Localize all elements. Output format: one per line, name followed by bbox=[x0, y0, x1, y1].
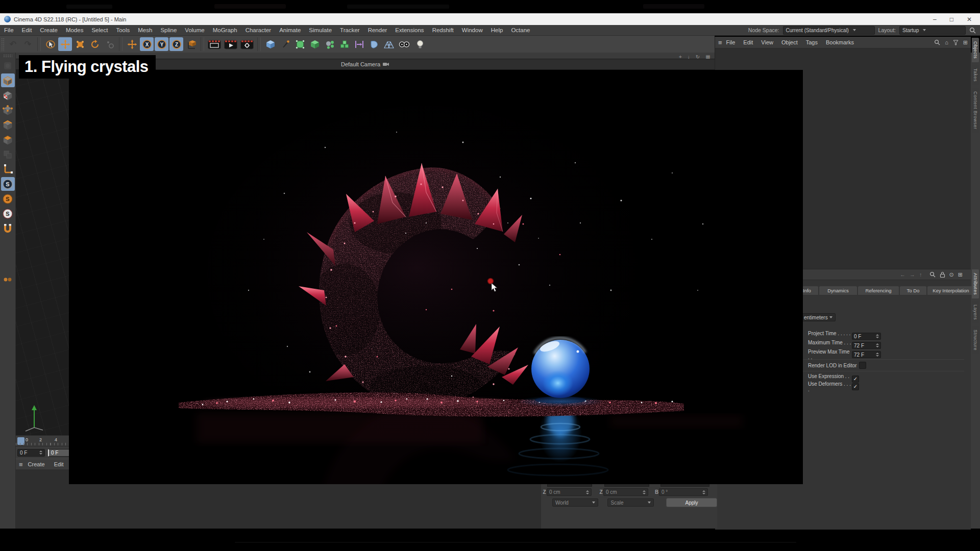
spinner[interactable] bbox=[876, 334, 879, 338]
search-icon[interactable] bbox=[969, 27, 976, 34]
tab-referencing[interactable]: Referencing bbox=[858, 286, 899, 295]
points-mode-button[interactable] bbox=[1, 103, 15, 117]
menu-simulate[interactable]: Simulate bbox=[305, 27, 336, 33]
volume-builder-button[interactable] bbox=[308, 37, 322, 51]
simulation-object-button[interactable] bbox=[367, 37, 381, 51]
preview-max-time-field[interactable]: 72 F bbox=[852, 351, 881, 358]
om-menu-view[interactable]: View bbox=[757, 39, 777, 45]
menu-mesh[interactable]: Mesh bbox=[134, 27, 156, 33]
hamburger-icon[interactable]: ≡ bbox=[718, 39, 722, 46]
spacing-tool-button[interactable] bbox=[352, 37, 366, 51]
spline-pen-button[interactable] bbox=[278, 37, 292, 51]
menu-tracker[interactable]: Tracker bbox=[336, 27, 364, 33]
menu-render[interactable]: Render bbox=[364, 27, 391, 33]
maximize-button[interactable]: □ bbox=[950, 16, 953, 23]
menu-edit[interactable]: Edit bbox=[18, 27, 36, 33]
attr-back-icon[interactable]: ← bbox=[900, 271, 905, 278]
units-dropdown[interactable]: entimeters bbox=[801, 313, 836, 321]
menu-extensions[interactable]: Extensions bbox=[391, 27, 428, 33]
tab-to-do[interactable]: To Do bbox=[900, 286, 926, 295]
menu-window[interactable]: Window bbox=[458, 27, 487, 33]
toolbar-grip[interactable] bbox=[1, 38, 5, 51]
layout-dropdown[interactable]: Startup bbox=[899, 26, 966, 35]
render-view-button[interactable] bbox=[207, 37, 222, 51]
workplane-icon[interactable] bbox=[1, 272, 15, 286]
last-tool-button[interactable] bbox=[103, 37, 116, 51]
minimize-button[interactable]: – bbox=[933, 16, 937, 23]
tab-key-interpolation[interactable]: Key Interpolation bbox=[927, 286, 974, 295]
floor-grid-button[interactable] bbox=[382, 37, 396, 51]
global-move-button[interactable] bbox=[125, 37, 139, 51]
render-settings-button[interactable] bbox=[239, 37, 255, 51]
menu-modes[interactable]: Modes bbox=[62, 27, 88, 33]
om-menu-object[interactable]: Object bbox=[778, 39, 801, 45]
object-axis-mode-button[interactable] bbox=[1, 162, 15, 176]
scale-tool-button[interactable] bbox=[73, 37, 87, 51]
move-tool-button[interactable] bbox=[58, 37, 72, 51]
lock-icon[interactable] bbox=[940, 271, 945, 278]
menu-redshift[interactable]: Redshift bbox=[428, 27, 458, 33]
om-menu-bookmarks[interactable]: Bookmarks bbox=[822, 39, 857, 45]
axis-y-button[interactable]: Y bbox=[155, 37, 168, 51]
cube-array-button[interactable] bbox=[337, 37, 351, 51]
render-animation-button[interactable] bbox=[223, 37, 238, 51]
mode-dropdown[interactable]: Scale bbox=[607, 498, 653, 507]
viewport-camera-label[interactable]: Default Camera bbox=[341, 61, 380, 67]
tab-objects[interactable]: Objects bbox=[972, 38, 979, 62]
current-frame-field[interactable]: 0 F bbox=[17, 449, 45, 457]
project-time-field[interactable]: 0 F bbox=[852, 333, 881, 340]
tab-dynamics[interactable]: Dynamics bbox=[819, 286, 857, 295]
modeling-tool-icon[interactable] bbox=[1, 59, 15, 72]
rotate-tool-button[interactable] bbox=[88, 37, 102, 51]
tab-content-browser[interactable]: Content Browser bbox=[972, 88, 979, 133]
camera-lens-button[interactable] bbox=[397, 37, 412, 51]
frame-spinner[interactable] bbox=[39, 450, 42, 455]
node-space-dropdown[interactable]: Current (Standard/Physical) bbox=[783, 26, 875, 35]
rotation-b-field[interactable]: 0 ° bbox=[659, 488, 708, 496]
menu-mograph[interactable]: MoGraph bbox=[209, 27, 241, 33]
mm-menu-create[interactable]: Create bbox=[24, 461, 48, 467]
subdivision-surface-button[interactable] bbox=[293, 37, 307, 51]
uv-mode-icon[interactable] bbox=[1, 147, 15, 161]
search-icon[interactable] bbox=[929, 271, 936, 278]
om-menu-file[interactable]: File bbox=[723, 39, 739, 45]
texture-mode-button[interactable] bbox=[1, 88, 15, 102]
om-menu-tags[interactable]: Tags bbox=[802, 39, 821, 45]
menu-animate[interactable]: Animate bbox=[275, 27, 305, 33]
polygons-mode-button[interactable] bbox=[1, 133, 15, 146]
model-mode-button[interactable] bbox=[1, 73, 15, 87]
filter-icon[interactable] bbox=[953, 40, 959, 45]
live-selection-button[interactable] bbox=[43, 37, 57, 51]
scale-z-field[interactable]: 0 cm bbox=[603, 488, 648, 496]
hamburger-icon[interactable]: ≡ bbox=[19, 461, 22, 468]
undo-button[interactable]: ↶ bbox=[6, 37, 20, 51]
light-button[interactable] bbox=[413, 37, 427, 51]
render-lod-checkbox[interactable] bbox=[859, 362, 866, 369]
spinner[interactable] bbox=[876, 343, 879, 347]
attr-forward-icon[interactable]: → bbox=[910, 271, 915, 278]
edges-mode-button[interactable] bbox=[1, 118, 15, 132]
primitive-cube-button[interactable] bbox=[263, 37, 277, 51]
maximum-time-field[interactable]: 72 F bbox=[852, 342, 881, 349]
add-panel-icon[interactable]: ⊞ bbox=[963, 39, 968, 46]
spinner[interactable] bbox=[702, 490, 705, 494]
mm-menu-edit[interactable]: Edit bbox=[51, 461, 67, 467]
mograph-cloner-button[interactable] bbox=[323, 37, 336, 51]
attr-up-icon[interactable]: ↑ bbox=[919, 271, 922, 278]
spinner[interactable] bbox=[586, 490, 589, 494]
redo-button[interactable]: ↷ bbox=[21, 37, 35, 51]
snap-settings-button[interactable]: S bbox=[1, 207, 15, 220]
menu-tools[interactable]: Tools bbox=[112, 27, 134, 33]
axis-z-button[interactable]: Z bbox=[169, 37, 183, 51]
tab-takes[interactable]: Takes bbox=[972, 65, 979, 85]
menu-octane[interactable]: Octane bbox=[507, 27, 534, 33]
tab-layers[interactable]: Layers bbox=[972, 301, 979, 323]
tab-structure[interactable]: Structure bbox=[972, 326, 979, 354]
space-dropdown[interactable]: World bbox=[552, 498, 598, 507]
menu-volume[interactable]: Volume bbox=[181, 27, 208, 33]
add-attr-icon[interactable]: ⊞ bbox=[958, 271, 963, 278]
axis-x-button[interactable]: X bbox=[140, 37, 154, 51]
position-z-field[interactable]: 0 cm bbox=[547, 488, 592, 496]
search-icon[interactable] bbox=[934, 39, 940, 45]
palette-grip[interactable] bbox=[3, 54, 12, 58]
